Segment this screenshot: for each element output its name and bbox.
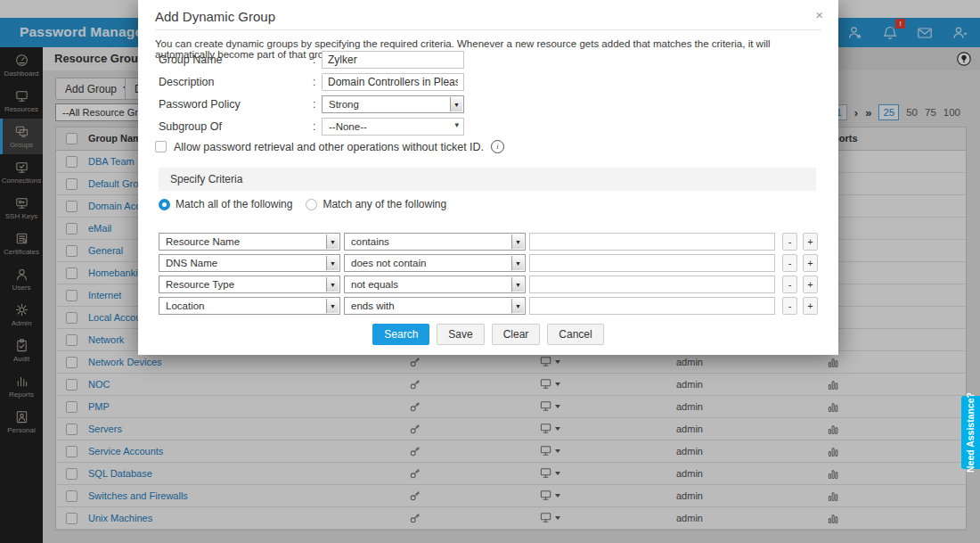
need-assistance-label: Need Assistance? bbox=[966, 392, 976, 473]
group-name-input[interactable] bbox=[322, 51, 464, 69]
clear-button[interactable]: Clear bbox=[492, 324, 541, 345]
criteria-op-select[interactable]: ends with▼ bbox=[344, 297, 526, 315]
modal-buttons: Search Save Clear Cancel bbox=[138, 324, 838, 345]
form-row: Subgroup Of:--None--▾ bbox=[159, 117, 818, 136]
password-policy-select[interactable]: Strong▼ bbox=[322, 95, 464, 113]
selected-value: Resource Name bbox=[166, 236, 240, 247]
need-assistance-tab[interactable]: Need Assistance? bbox=[961, 396, 980, 469]
field-colon: : bbox=[313, 53, 322, 66]
match-all-radio[interactable] bbox=[159, 199, 170, 210]
field-label: Description bbox=[159, 76, 313, 88]
criteria-value-input[interactable] bbox=[529, 276, 775, 293]
modal-header: Add Dynamic Group × bbox=[155, 0, 821, 30]
dropdown-arrow-icon: ▼ bbox=[511, 256, 524, 270]
remove-criteria-button[interactable]: - bbox=[782, 254, 797, 272]
dropdown-arrow-icon: ▼ bbox=[326, 277, 339, 292]
modal-form: Group Name:Description:Password Policy:S… bbox=[159, 50, 818, 139]
add-criteria-button[interactable]: + bbox=[803, 233, 818, 251]
cancel-button[interactable]: Cancel bbox=[547, 324, 603, 345]
criteria-row: Resource Name▼contains▼-+ bbox=[159, 233, 823, 251]
dropdown-arrow-icon: ▼ bbox=[511, 299, 524, 313]
criteria-op-select[interactable]: contains▼ bbox=[344, 233, 526, 251]
form-row: Description: bbox=[159, 72, 818, 92]
form-row: Password Policy:Strong▼ bbox=[159, 95, 818, 114]
add-criteria-button[interactable]: + bbox=[803, 254, 818, 272]
selected-value: --None-- bbox=[329, 121, 367, 132]
selected-value: ends with bbox=[351, 300, 395, 311]
criteria-row: Resource Type▼not equals▼-+ bbox=[159, 276, 823, 293]
criteria-field-select[interactable]: Resource Name▼ bbox=[159, 233, 340, 251]
selected-value: DNS Name bbox=[166, 258, 217, 268]
field-label: Password Policy bbox=[159, 98, 313, 111]
match-options: Match all of the following Match any of … bbox=[159, 198, 446, 210]
criteria-value-input[interactable] bbox=[529, 233, 775, 251]
criteria-value-input[interactable] bbox=[529, 297, 775, 315]
dropdown-arrow-icon: ▼ bbox=[450, 97, 462, 111]
criteria-row: Location▼ends with▼-+ bbox=[159, 297, 823, 315]
save-button[interactable]: Save bbox=[437, 324, 484, 345]
form-row: Group Name: bbox=[159, 50, 818, 70]
field-colon: : bbox=[313, 120, 322, 133]
selected-value: does not contain bbox=[351, 258, 426, 268]
criteria-value-input[interactable] bbox=[529, 254, 775, 272]
match-any-radio[interactable] bbox=[306, 199, 317, 210]
criteria-field-select[interactable]: DNS Name▼ bbox=[159, 254, 340, 272]
criteria-op-select[interactable]: not equals▼ bbox=[344, 276, 526, 293]
dropdown-arrow-icon: ▾ bbox=[454, 120, 459, 129]
modal-title: Add Dynamic Group bbox=[155, 9, 275, 24]
field-label: Group Name bbox=[159, 53, 313, 66]
dropdown-arrow-icon: ▼ bbox=[326, 256, 339, 270]
field-colon: : bbox=[313, 76, 322, 88]
dropdown-arrow-icon: ▼ bbox=[511, 234, 524, 249]
close-icon[interactable]: × bbox=[815, 8, 823, 21]
criteria-row: DNS Name▼does not contain▼-+ bbox=[159, 254, 823, 272]
criteria-op-select[interactable]: does not contain▼ bbox=[344, 254, 526, 272]
selected-value: Strong bbox=[329, 99, 359, 110]
dropdown-arrow-icon: ▼ bbox=[326, 299, 339, 313]
dropdown-arrow-icon: ▼ bbox=[511, 277, 524, 292]
selected-value: Location bbox=[166, 300, 204, 311]
ticket-id-checkbox[interactable] bbox=[155, 141, 167, 152]
info-icon[interactable]: i bbox=[491, 140, 504, 153]
add-criteria-button[interactable]: + bbox=[803, 297, 818, 315]
selected-value: Resource Type bbox=[166, 279, 234, 290]
remove-criteria-button[interactable]: - bbox=[782, 233, 797, 251]
criteria-rows: Resource Name▼contains▼-+DNS Name▼does n… bbox=[159, 233, 823, 318]
ticket-id-row: Allow password retrieval and other opera… bbox=[155, 140, 504, 153]
description-input[interactable] bbox=[322, 73, 464, 91]
criteria-heading: Specify Criteria bbox=[159, 168, 816, 191]
criteria-field-select[interactable]: Resource Type▼ bbox=[159, 276, 340, 293]
add-criteria-button[interactable]: + bbox=[803, 276, 818, 293]
selected-value: contains bbox=[351, 236, 389, 247]
search-button[interactable]: Search bbox=[372, 324, 429, 345]
remove-criteria-button[interactable]: - bbox=[782, 276, 797, 293]
field-label: Subgroup Of bbox=[159, 120, 313, 133]
add-dynamic-group-modal: Add Dynamic Group × You can create dynam… bbox=[138, 0, 838, 355]
dropdown-arrow-icon: ▼ bbox=[326, 234, 339, 249]
match-all-label: Match all of the following bbox=[176, 198, 292, 210]
criteria-field-select[interactable]: Location▼ bbox=[159, 297, 340, 315]
field-colon: : bbox=[313, 98, 322, 111]
subgroup-of-select[interactable]: --None--▾ bbox=[322, 118, 464, 136]
ticket-id-label: Allow password retrieval and other opera… bbox=[174, 141, 484, 153]
selected-value: not equals bbox=[351, 279, 398, 290]
remove-criteria-button[interactable]: - bbox=[782, 297, 797, 315]
match-any-label: Match any of the following bbox=[323, 198, 446, 210]
